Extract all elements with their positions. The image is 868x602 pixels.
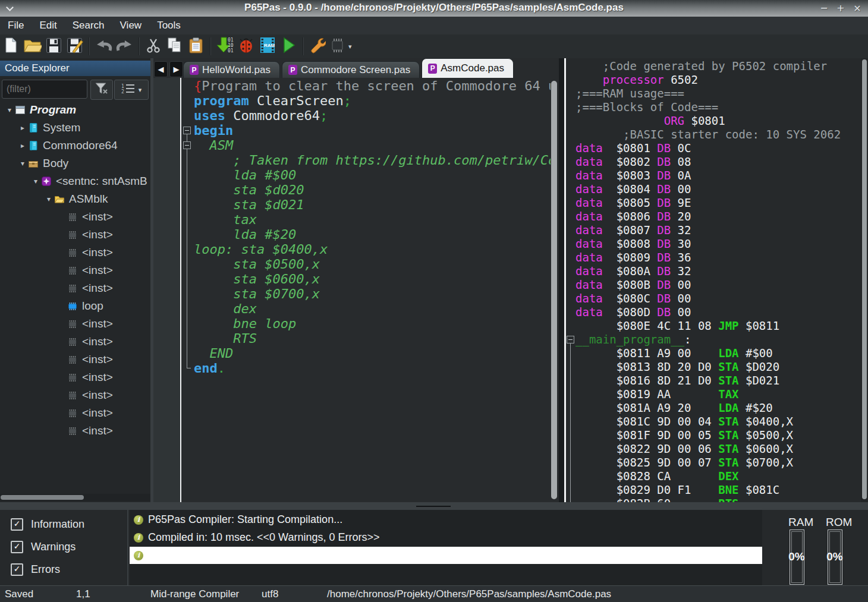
redo-button[interactable] <box>115 36 135 56</box>
fold-line <box>187 134 187 368</box>
menu-edit[interactable]: Edit <box>32 17 64 34</box>
undo-button[interactable] <box>93 36 114 56</box>
filter-button[interactable] <box>90 80 113 100</box>
close-button[interactable]: × <box>851 2 863 14</box>
tree-item--inst-[interactable]: <inst> <box>0 386 150 404</box>
tree-item-system[interactable]: ▸System <box>0 119 150 137</box>
menu-view[interactable]: View <box>112 17 150 34</box>
tree-item--inst-[interactable]: <inst> <box>0 422 150 440</box>
tree-item--sentnc-sntasmb[interactable]: ▾<sentnc: sntAsmB <box>0 172 150 190</box>
chip-icon <box>67 212 78 222</box>
tree-item--inst-[interactable]: <inst> <box>0 333 150 351</box>
menu-tools[interactable]: Tools <box>149 17 188 34</box>
messages-area: ✓Information✓Warnings✓Errors iP65Pas Com… <box>0 510 868 585</box>
bottom-splitter[interactable] <box>0 502 868 510</box>
tab-asmcode-pas[interactable]: PAsmCode.pas <box>422 58 514 78</box>
svg-text:01: 01 <box>228 48 234 53</box>
editor-gutter <box>153 78 180 502</box>
tab-scroll-right-button[interactable]: ▶ <box>169 61 183 77</box>
explorer-hscrollbar-thumb[interactable] <box>1 495 84 500</box>
chip-icon <box>67 372 78 383</box>
menu-search[interactable]: Search <box>65 17 112 34</box>
window-title: P65Pas - 0.9.0 - /home/chronos/Projekty/… <box>0 2 868 14</box>
tree-item-program[interactable]: ▾Program <box>0 101 150 119</box>
assembler-splitter[interactable] <box>559 58 564 502</box>
code-line: data $0802 DB 08 <box>575 155 858 169</box>
code-editor[interactable]: {Program to clear the screen of Commodor… <box>194 78 551 502</box>
fold-collapse-icon[interactable] <box>183 141 191 149</box>
collapse-arrow-icon[interactable]: ▾ <box>18 159 27 168</box>
copy-icon <box>166 37 183 56</box>
filter-input[interactable] <box>2 80 87 99</box>
copy-button[interactable] <box>165 36 185 56</box>
fold-collapse-icon[interactable] <box>567 336 574 343</box>
collapse-arrow-icon[interactable]: ▾ <box>44 195 54 203</box>
information-checkbox[interactable]: ✓ <box>11 518 23 531</box>
message-row[interactable]: iCompiled in: 10 msec. <<0 Warnings, 0 E… <box>130 529 762 546</box>
menu-file[interactable]: File <box>0 17 32 34</box>
maximize-button[interactable]: + <box>835 2 847 14</box>
cut-button[interactable] <box>143 36 163 56</box>
tab-scroll-left-button[interactable]: ◀ <box>154 61 168 77</box>
assembler-panel[interactable]: ;Code generated by P6502 compiler proces… <box>566 58 861 502</box>
minimize-button[interactable]: − <box>818 2 830 14</box>
tab-helloworld-pas[interactable]: PHelloWorld.pas <box>183 61 280 78</box>
collapse-arrow-icon[interactable]: ▾ <box>5 106 14 114</box>
tree-item--inst-[interactable]: <inst> <box>0 226 150 244</box>
tree-item--inst-[interactable]: <inst> <box>0 351 150 368</box>
tree-item--inst-[interactable]: <inst> <box>0 368 150 386</box>
message-row[interactable]: iP65Pas Compiler: Starting Compilation..… <box>130 511 762 528</box>
explorer-hscrollbar[interactable] <box>0 494 150 501</box>
editor-hscrollbar-thumb[interactable] <box>416 506 451 507</box>
save-button[interactable] <box>43 36 64 56</box>
new-file-button[interactable] <box>1 36 21 56</box>
tree-item--inst-[interactable]: <inst> <box>0 279 150 297</box>
sort-mode-button[interactable]: 12▾ <box>114 80 149 100</box>
chip-blue-icon <box>67 301 78 311</box>
code-line: $080E 4C 11 08 JMP $0811 <box>575 319 858 333</box>
tree-item--inst-[interactable]: <inst> <box>0 261 150 279</box>
assembler-vscrollbar[interactable] <box>861 58 868 502</box>
editor-vscrollbar-thumb[interactable] <box>551 81 557 499</box>
tree-item-asmblk[interactable]: ▾ASMblk <box>0 190 150 208</box>
settings-button[interactable] <box>307 36 328 56</box>
tab-commodore-screen-pas[interactable]: PCommodore Screen.pas <box>282 61 420 78</box>
tree-item--inst-[interactable]: <inst> <box>0 208 150 226</box>
expand-arrow-icon[interactable]: ▸ <box>18 124 27 132</box>
compile-button[interactable]: 011001 <box>215 36 235 56</box>
assembler-vscrollbar-thumb[interactable] <box>862 59 867 499</box>
expand-arrow-icon[interactable]: ▸ <box>18 141 27 150</box>
fold-collapse-icon[interactable] <box>183 127 191 134</box>
message-row[interactable]: i <box>130 547 762 564</box>
body-icon <box>27 158 39 169</box>
code-line: tax <box>194 212 551 227</box>
tab-scroll-buttons: ◀ ▶ <box>154 61 183 77</box>
info-icon: i <box>134 533 143 543</box>
code-line: sta $d020 <box>194 182 551 197</box>
tree-item-body[interactable]: ▾Body <box>0 155 150 172</box>
tree-item--inst-[interactable]: <inst> <box>0 404 150 422</box>
tree-item-commodore64[interactable]: ▸Commodore64 <box>0 137 150 155</box>
chip-icon <box>67 319 78 329</box>
chevron-down-icon[interactable]: ▾ <box>348 43 352 51</box>
paste-button[interactable] <box>186 36 206 56</box>
code-line: $081F 9D 00 05 STA $0500,X <box>575 428 858 442</box>
debug-button[interactable] <box>236 36 256 56</box>
save-as-button[interactable] <box>65 36 85 56</box>
tree-item--inst-[interactable]: <inst> <box>0 244 150 261</box>
warnings-checkbox[interactable]: ✓ <box>11 541 23 553</box>
code-line: $0816 8D 21 D0 STA $D021 <box>575 374 858 387</box>
open-file-button[interactable] <box>22 36 42 56</box>
device-button[interactable]: ▾ <box>329 36 352 56</box>
ram-explore-button[interactable]: RAM <box>257 36 278 56</box>
tree-item--inst-[interactable]: <inst> <box>0 315 150 333</box>
collapse-arrow-icon[interactable]: ▾ <box>31 177 40 185</box>
toolbar-separator <box>89 37 90 55</box>
code-line: sta $0700,x <box>194 286 551 301</box>
code-line: lda #$00 <box>194 168 551 182</box>
run-button[interactable] <box>279 36 299 56</box>
unit-icon <box>27 122 39 133</box>
errors-checkbox[interactable]: ✓ <box>11 563 23 576</box>
tree-item-loop[interactable]: loop <box>0 297 150 315</box>
tree-item-label: <inst> <box>82 246 113 259</box>
